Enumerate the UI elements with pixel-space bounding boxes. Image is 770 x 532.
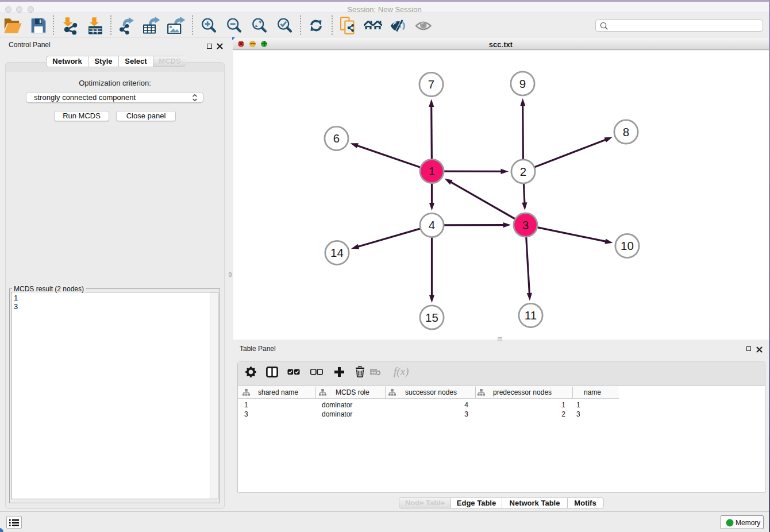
svg-text:4: 4 <box>429 218 435 232</box>
svg-text:11: 11 <box>525 309 537 322</box>
svg-text:3: 3 <box>522 218 529 232</box>
svg-text:8: 8 <box>623 125 629 138</box>
svg-text:9: 9 <box>519 77 526 90</box>
svg-text:7: 7 <box>428 78 434 91</box>
svg-text:10: 10 <box>621 239 634 252</box>
svg-text:1: 1 <box>429 164 435 178</box>
svg-text:15: 15 <box>425 311 438 324</box>
svg-text:2: 2 <box>520 165 526 178</box>
svg-text:6: 6 <box>333 132 340 145</box>
svg-text:14: 14 <box>330 246 344 259</box>
